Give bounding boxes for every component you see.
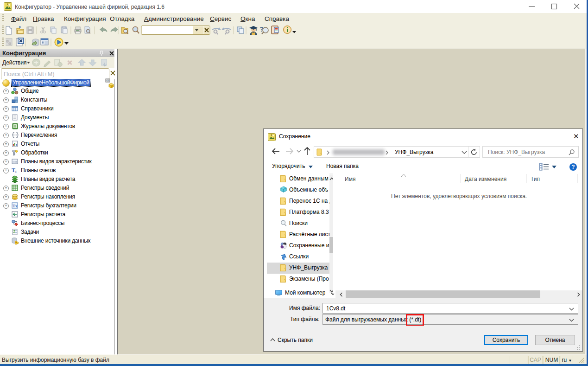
svg-text:Тт: Тт — [13, 204, 18, 208]
svg-text:т: т — [15, 169, 17, 173]
